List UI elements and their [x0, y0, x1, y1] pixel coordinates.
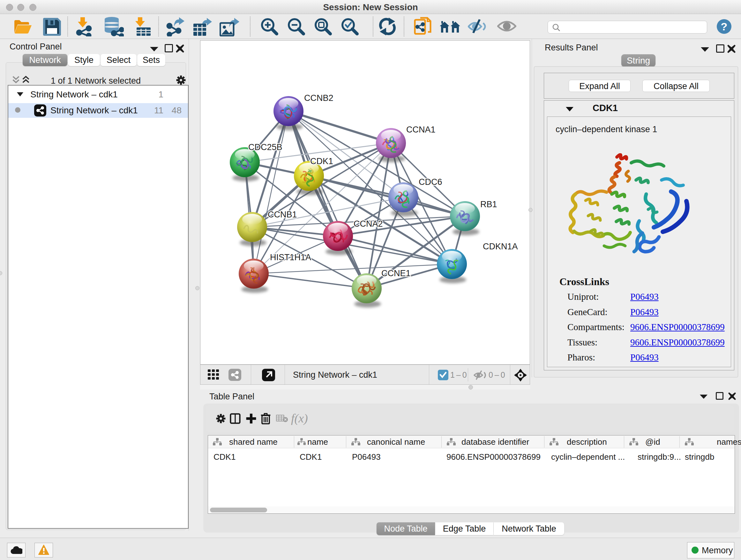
svg-text:CDC6: CDC6: [419, 177, 442, 187]
svg-text:CCNA1: CCNA1: [406, 125, 435, 134]
svg-text:HIST1H1A: HIST1H1A: [270, 253, 311, 262]
svg-text:RB1: RB1: [480, 199, 497, 209]
svg-text:CDKN1A: CDKN1A: [483, 242, 518, 251]
svg-text:CCNB1: CCNB1: [268, 210, 297, 219]
svg-text:CCNE1: CCNE1: [381, 268, 411, 278]
svg-text:CCNB2: CCNB2: [304, 93, 333, 103]
svg-text:CDK1: CDK1: [310, 157, 333, 166]
svg-text:CDC25B: CDC25B: [248, 142, 282, 152]
svg-text:CCNA2: CCNA2: [354, 219, 383, 229]
